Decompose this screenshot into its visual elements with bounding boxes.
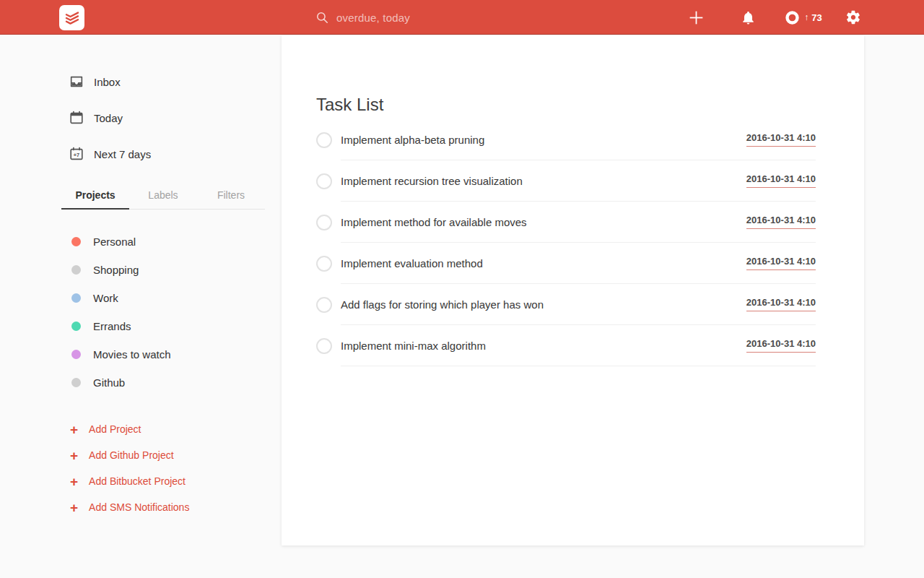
project-color-dot xyxy=(71,265,81,275)
project-item[interactable]: Work xyxy=(61,284,265,312)
task-row: Implement recursion tree visualization 2… xyxy=(316,160,816,202)
calendar-next7-icon: +7 xyxy=(69,146,84,162)
project-name: Github xyxy=(93,376,125,389)
add-action-label: Add Github Project xyxy=(89,449,174,461)
karma-up-arrow: ↑ xyxy=(804,12,808,22)
project-color-dot xyxy=(71,378,81,387)
task-list: Implement alpha-beta pruning 2016-10-31 … xyxy=(316,119,816,366)
task-row: Implement evaluation method 2016-10-31 4… xyxy=(316,243,816,284)
task-due-date[interactable]: 2016-10-31 4:10 xyxy=(746,338,816,353)
todoist-logo-icon xyxy=(64,9,81,27)
tab-filters[interactable]: Filters xyxy=(197,184,265,210)
search-icon xyxy=(315,11,329,25)
task-title[interactable]: Implement evaluation method xyxy=(341,257,483,269)
task-title[interactable]: Implement mini-max algorithm xyxy=(341,340,486,352)
project-name: Personal xyxy=(93,236,136,248)
project-name: Work xyxy=(93,292,118,304)
top-bar: ↑ 73 xyxy=(0,0,924,35)
project-name: Errands xyxy=(93,320,131,332)
search-bar[interactable] xyxy=(315,0,495,35)
sidebar-nav: Inbox Today xyxy=(61,64,265,172)
tab-projects[interactable]: Projects xyxy=(61,184,129,210)
add-action-label: Add SMS Notifications xyxy=(89,501,189,513)
project-name: Shopping xyxy=(93,264,139,276)
task-due-date[interactable]: 2016-10-31 4:10 xyxy=(746,215,816,229)
project-color-dot xyxy=(71,237,81,246)
sidebar-item-label: Today xyxy=(94,112,123,124)
gear-icon xyxy=(845,9,861,25)
main-content: Task List Implement alpha-beta pruning 2… xyxy=(282,35,864,545)
add-task-button[interactable] xyxy=(684,0,707,35)
tab-labels[interactable]: Labels xyxy=(129,184,197,210)
project-item[interactable]: Github xyxy=(61,368,265,397)
task-title[interactable]: Implement method for available moves xyxy=(341,216,527,228)
task-due-date[interactable]: 2016-10-31 4:10 xyxy=(746,297,816,311)
plus-icon: + xyxy=(70,501,78,514)
add-action-link[interactable]: + Add Github Project xyxy=(61,442,265,468)
task-row: Implement alpha-beta pruning 2016-10-31 … xyxy=(316,119,816,160)
plus-icon: + xyxy=(70,475,78,488)
bell-icon xyxy=(741,10,756,25)
add-action-link[interactable]: + Add SMS Notifications xyxy=(61,494,265,520)
project-list: Personal Shopping Work Errands xyxy=(61,228,265,397)
task-checkbox[interactable] xyxy=(316,215,332,230)
task-checkbox[interactable] xyxy=(316,297,332,313)
calendar-today-icon xyxy=(69,110,84,126)
karma-icon xyxy=(785,10,800,25)
project-item[interactable]: Personal xyxy=(61,228,265,256)
sidebar-item-label: Next 7 days xyxy=(94,148,151,160)
sidebar-item-inbox[interactable]: Inbox xyxy=(61,64,265,100)
add-action-link[interactable]: + Add Project xyxy=(61,416,265,442)
task-row: Implement mini-max algorithm 2016-10-31 … xyxy=(316,325,816,366)
sidebar: Inbox Today xyxy=(0,35,282,578)
project-item[interactable]: Shopping xyxy=(61,256,265,284)
add-action-link[interactable]: + Add Bitbucket Project xyxy=(61,468,265,494)
task-due-date[interactable]: 2016-10-31 4:10 xyxy=(746,256,816,270)
add-action-label: Add Bitbucket Project xyxy=(89,475,186,487)
karma-button[interactable]: ↑ 73 xyxy=(781,0,826,35)
task-checkbox[interactable] xyxy=(316,173,332,189)
task-checkbox[interactable] xyxy=(316,256,332,272)
task-row: Add flags for storing which player has w… xyxy=(316,284,816,325)
page-title: Task List xyxy=(316,95,816,115)
task-title[interactable]: Implement recursion tree visualization xyxy=(341,175,523,187)
task-due-date[interactable]: 2016-10-31 4:10 xyxy=(746,173,816,188)
task-checkbox[interactable] xyxy=(316,338,332,354)
settings-button[interactable] xyxy=(842,0,865,35)
task-checkbox[interactable] xyxy=(316,132,332,148)
app-logo[interactable] xyxy=(59,5,84,30)
search-input[interactable] xyxy=(336,12,495,24)
svg-text:+7: +7 xyxy=(74,152,79,158)
project-color-dot xyxy=(71,293,81,303)
project-item[interactable]: Errands xyxy=(61,312,265,340)
task-row: Implement method for available moves 201… xyxy=(316,202,816,243)
project-item[interactable]: Movies to watch xyxy=(61,340,265,368)
sidebar-actions: + Add Project + Add Github Project + Add… xyxy=(61,416,265,520)
app-root: ↑ 73 Inbox xyxy=(0,0,924,578)
task-due-date[interactable]: 2016-10-31 4:10 xyxy=(746,132,816,147)
project-color-dot xyxy=(71,322,81,331)
project-name: Movies to watch xyxy=(93,348,171,361)
project-color-dot xyxy=(71,350,81,359)
sidebar-item-next7days[interactable]: +7 Next 7 days xyxy=(61,136,265,172)
plus-icon: + xyxy=(70,449,78,462)
sidebar-item-label: Inbox xyxy=(94,76,121,88)
karma-count: 73 xyxy=(811,12,821,23)
plus-icon: + xyxy=(70,423,78,436)
task-title[interactable]: Add flags for storing which player has w… xyxy=(341,298,544,311)
notifications-button[interactable] xyxy=(736,0,759,35)
sidebar-item-today[interactable]: Today xyxy=(61,100,265,136)
task-title[interactable]: Implement alpha-beta pruning xyxy=(341,134,484,146)
sidebar-tabs: Projects Labels Filters xyxy=(61,184,265,210)
add-action-label: Add Project xyxy=(89,423,141,435)
plus-icon xyxy=(687,9,705,27)
inbox-icon xyxy=(69,74,84,90)
